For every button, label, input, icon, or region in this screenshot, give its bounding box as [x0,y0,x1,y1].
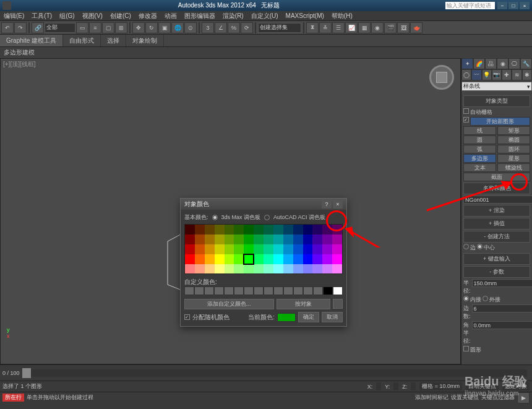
color-swatch[interactable] [225,264,234,274]
menu-item[interactable]: 图形编辑器 [181,11,219,20]
menu-item[interactable]: 工具(T) [28,11,56,20]
color-swatch[interactable] [185,235,195,244]
color-swatch[interactable] [215,264,225,274]
add-time-tag-button[interactable]: 添加时间标记 [415,394,448,402]
color-swatch[interactable] [283,254,293,264]
color-swatch[interactable] [185,254,195,264]
menu-item[interactable]: 动画 [161,11,181,20]
color-swatch[interactable] [293,254,303,264]
percent-snap-button[interactable]: % [228,22,240,33]
color-swatch[interactable] [234,244,244,254]
color-swatch[interactable] [322,254,332,264]
render-rollout[interactable]: + 渲染 [463,205,530,217]
color-swatch[interactable] [225,235,234,244]
custom-color-swatch[interactable] [293,286,303,295]
menu-item[interactable]: 修改器 [135,11,161,20]
space-warps-subtab[interactable]: ≋ [512,69,521,80]
color-swatch[interactable] [332,225,342,235]
custom-color-swatch[interactable] [224,286,234,295]
modify-tab[interactable]: 🌈 [473,58,485,69]
helpers-subtab[interactable]: ✚ [502,69,512,80]
select-button[interactable]: ▭ [76,22,88,33]
systems-subtab[interactable]: ✱ [522,69,532,80]
creation-method-rollout[interactable]: - 创建方法 [463,231,530,243]
color-swatch[interactable] [322,225,332,235]
color-swatch[interactable] [273,264,283,274]
color-swatch[interactable] [254,254,264,264]
autogrid-checkbox[interactable] [463,108,469,114]
window-crossing-button[interactable]: ⊞ [115,22,127,33]
custom-color-swatch[interactable] [244,286,254,295]
color-swatch[interactable] [225,244,234,254]
color-swatch[interactable] [254,264,264,274]
color-swatch[interactable] [254,225,264,235]
layers-button[interactable]: ☰ [332,22,345,33]
shape-type-button[interactable]: 椭圆 [497,136,530,144]
color-swatch[interactable] [332,264,342,274]
viewcube-face-icon[interactable] [436,72,447,83]
color-swatch[interactable] [234,235,244,244]
shape-type-button[interactable]: 文本 [463,163,496,172]
dialog-titlebar[interactable]: 对象颜色 ? × [181,199,346,210]
color-swatch[interactable] [264,264,273,274]
color-swatch[interactable] [244,225,254,235]
viewport-label[interactable]: [+][顶][线框] [3,60,36,69]
custom-color-swatch[interactable] [254,286,264,295]
coord-z-input[interactable] [411,382,416,390]
rotate-button[interactable]: ↻ [145,22,158,33]
custom-color-swatch[interactable] [184,286,194,295]
color-swatch[interactable] [312,235,322,244]
viewcube[interactable] [429,65,454,90]
color-swatch[interactable] [244,254,254,264]
custom-color-swatch[interactable] [283,286,293,295]
selection-filter-status[interactable]: 选定对象 [502,382,530,390]
shape-type-button[interactable]: 线 [463,126,496,135]
color-swatch[interactable] [273,225,283,235]
color-swatch[interactable] [332,254,342,264]
color-swatch[interactable] [283,244,293,254]
shape-type-button[interactable]: 星形 [497,154,530,163]
color-swatch[interactable] [322,244,332,254]
color-swatch[interactable] [195,235,205,244]
color-swatch[interactable] [195,244,205,254]
color-swatch[interactable] [273,235,283,244]
cameras-subtab[interactable]: 📷 [492,69,502,80]
color-swatch[interactable] [205,254,215,264]
sides-input[interactable] [472,304,532,312]
color-swatch[interactable] [254,235,264,244]
menu-item[interactable]: 渲染(R) [219,11,247,20]
color-swatch[interactable] [312,254,322,264]
color-swatch[interactable] [264,225,273,235]
color-swatch[interactable] [283,264,293,274]
pivot-button[interactable]: ⊙ [184,22,197,33]
hierarchy-tab[interactable]: 品 [485,58,497,69]
circular-checkbox[interactable] [463,346,469,351]
color-swatch[interactable] [205,244,215,254]
color-swatch[interactable] [195,254,205,264]
shape-category-dropdown[interactable]: 样条线▾ [461,82,532,91]
create-tab[interactable]: ✦ [461,58,473,69]
custom-color-swatch[interactable] [194,286,204,295]
color-swatch[interactable] [225,254,234,264]
by-object-button[interactable]: 按对象 [277,299,331,309]
timeline-track[interactable] [22,369,527,377]
display-tab[interactable]: 🖵 [508,58,520,69]
align-button[interactable]: ≛ [319,22,332,33]
custom-color-swatch[interactable] [204,286,214,295]
angle-snap-button[interactable]: ∠ [215,22,227,33]
color-swatch[interactable] [264,244,273,254]
minimize-button[interactable]: − [497,2,507,9]
shape-type-button[interactable]: 多边形 [463,154,496,163]
custom-color-swatch[interactable] [313,286,323,295]
color-swatch[interactable] [322,264,332,274]
menu-item[interactable]: 组(G) [56,11,78,20]
custom-color-swatch[interactable] [264,286,273,295]
start-new-shape-button[interactable]: 开始新图形 [470,117,530,126]
shape-type-button[interactable]: 截面 [463,173,530,181]
link-button[interactable]: 🔗 [32,22,44,33]
color-swatch[interactable] [244,264,254,274]
color-swatch[interactable] [244,244,254,254]
timeline-thumb[interactable] [22,368,31,378]
ribbon-tab[interactable]: Graphite 建模工具 [0,35,63,46]
color-swatch[interactable] [283,225,293,235]
